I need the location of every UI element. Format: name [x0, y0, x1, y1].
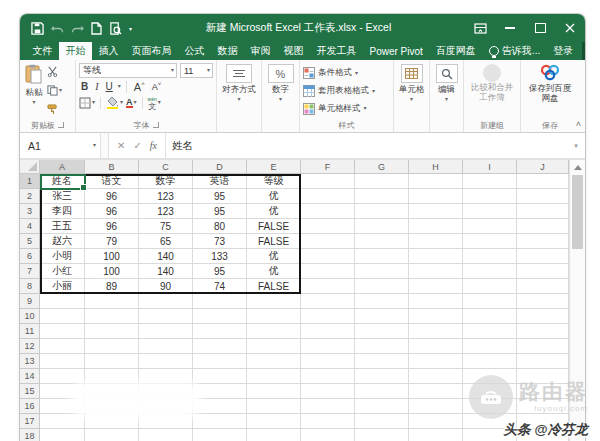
cell-D4[interactable]: 80	[193, 219, 247, 234]
cell-F10[interactable]	[301, 309, 355, 324]
tab-power-pivot[interactable]: Power Pivot	[363, 42, 429, 60]
row-header-11[interactable]: 11	[20, 324, 40, 339]
cell-I3[interactable]	[463, 204, 517, 219]
cell-C3[interactable]: 123	[139, 204, 193, 219]
redo-icon[interactable]	[71, 20, 84, 36]
cell-I13[interactable]	[463, 354, 517, 369]
cell-C18[interactable]	[139, 429, 193, 441]
cell-J14[interactable]	[517, 369, 569, 384]
cell-G6[interactable]	[355, 249, 409, 264]
cell-I2[interactable]	[463, 189, 517, 204]
cell-H11[interactable]	[409, 324, 463, 339]
cell-E6[interactable]: 优	[247, 249, 301, 264]
cut-icon[interactable]	[47, 65, 62, 77]
copy-icon[interactable]: ▾	[47, 84, 62, 96]
cell-A10[interactable]	[40, 309, 85, 324]
close-button[interactable]	[555, 14, 585, 42]
cell-D3[interactable]: 95	[193, 204, 247, 219]
cell-G1[interactable]	[355, 174, 409, 189]
cell-I16[interactable]	[463, 399, 517, 414]
cell-B8[interactable]: 89	[85, 279, 139, 294]
cell-D11[interactable]	[193, 324, 247, 339]
cell-E15[interactable]	[247, 384, 301, 399]
grow-font-button[interactable]: A˄	[132, 81, 147, 93]
cell-J9[interactable]	[517, 294, 569, 309]
row-header-15[interactable]: 15	[20, 384, 40, 399]
cell-J1[interactable]	[517, 174, 569, 189]
cell-I7[interactable]	[463, 264, 517, 279]
cell-D8[interactable]: 74	[193, 279, 247, 294]
font-dialog-launcher-icon[interactable]	[153, 122, 159, 128]
undo-icon[interactable]	[51, 20, 64, 36]
cell-F1[interactable]	[301, 174, 355, 189]
cell-I18[interactable]	[463, 429, 517, 441]
cell-C11[interactable]	[139, 324, 193, 339]
cell-H18[interactable]	[409, 429, 463, 441]
new-file-icon[interactable]	[91, 20, 102, 36]
cell-I6[interactable]	[463, 249, 517, 264]
minimize-button[interactable]	[495, 14, 525, 42]
cell-D2[interactable]: 95	[193, 189, 247, 204]
cell-A15[interactable]	[40, 384, 85, 399]
maximize-button[interactable]	[525, 14, 555, 42]
name-box[interactable]: A1▾	[20, 133, 101, 158]
cell-A14[interactable]	[40, 369, 85, 384]
paste-button[interactable]: 粘贴 ▾	[23, 63, 45, 119]
row-header-17[interactable]: 17	[20, 414, 40, 429]
row-header-10[interactable]: 10	[20, 309, 40, 324]
cell-B10[interactable]	[85, 309, 139, 324]
cell-E7[interactable]: 优	[247, 264, 301, 279]
cell-F8[interactable]	[301, 279, 355, 294]
tab-page-layout[interactable]: 页面布局	[125, 42, 178, 60]
cell-C15[interactable]	[139, 384, 193, 399]
cell-J10[interactable]	[517, 309, 569, 324]
cell-J15[interactable]	[517, 384, 569, 399]
cell-H2[interactable]	[409, 189, 463, 204]
cell-I11[interactable]	[463, 324, 517, 339]
cell-I5[interactable]	[463, 234, 517, 249]
row-header-14[interactable]: 14	[20, 369, 40, 384]
cell-G2[interactable]	[355, 189, 409, 204]
cell-A5[interactable]: 赵六	[40, 234, 85, 249]
row-header-9[interactable]: 9	[20, 294, 40, 309]
cell-F3[interactable]	[301, 204, 355, 219]
tab-sign-in[interactable]: 登录	[547, 42, 580, 60]
tab-developer[interactable]: 开发工具	[310, 42, 363, 60]
cell-A4[interactable]: 王五	[40, 219, 85, 234]
column-header-I[interactable]: I	[463, 160, 517, 174]
cell-H14[interactable]	[409, 369, 463, 384]
number-format-button[interactable]: % 数字 ▾	[266, 63, 296, 132]
cell-I10[interactable]	[463, 309, 517, 324]
cell-E18[interactable]	[247, 429, 301, 441]
cell-E12[interactable]	[247, 339, 301, 354]
cell-H1[interactable]	[409, 174, 463, 189]
column-header-A[interactable]: A	[40, 160, 85, 174]
row-header-18[interactable]: 18	[20, 429, 40, 441]
tab-view[interactable]: 视图	[277, 42, 310, 60]
cell-E9[interactable]	[247, 294, 301, 309]
cell-F4[interactable]	[301, 219, 355, 234]
cell-J12[interactable]	[517, 339, 569, 354]
cell-J8[interactable]	[517, 279, 569, 294]
cell-I8[interactable]	[463, 279, 517, 294]
row-header-4[interactable]: 4	[20, 219, 40, 234]
cell-C9[interactable]	[139, 294, 193, 309]
cell-H13[interactable]	[409, 354, 463, 369]
cell-D13[interactable]	[193, 354, 247, 369]
cell-B7[interactable]: 100	[85, 264, 139, 279]
cell-F2[interactable]	[301, 189, 355, 204]
confirm-entry-icon[interactable]: ✓	[133, 140, 141, 151]
cell-I1[interactable]	[463, 174, 517, 189]
cell-H5[interactable]	[409, 234, 463, 249]
cell-D10[interactable]	[193, 309, 247, 324]
cell-F9[interactable]	[301, 294, 355, 309]
cancel-entry-icon[interactable]: ✕	[117, 140, 125, 151]
select-all-corner[interactable]	[20, 160, 40, 174]
cell-F11[interactable]	[301, 324, 355, 339]
column-header-D[interactable]: D	[193, 160, 247, 174]
cell-J3[interactable]	[517, 204, 569, 219]
editing-button[interactable]: 编辑 ▾	[434, 63, 460, 132]
cell-A1[interactable]: 姓名	[40, 174, 85, 189]
cell-B13[interactable]	[85, 354, 139, 369]
cell-D18[interactable]	[193, 429, 247, 441]
